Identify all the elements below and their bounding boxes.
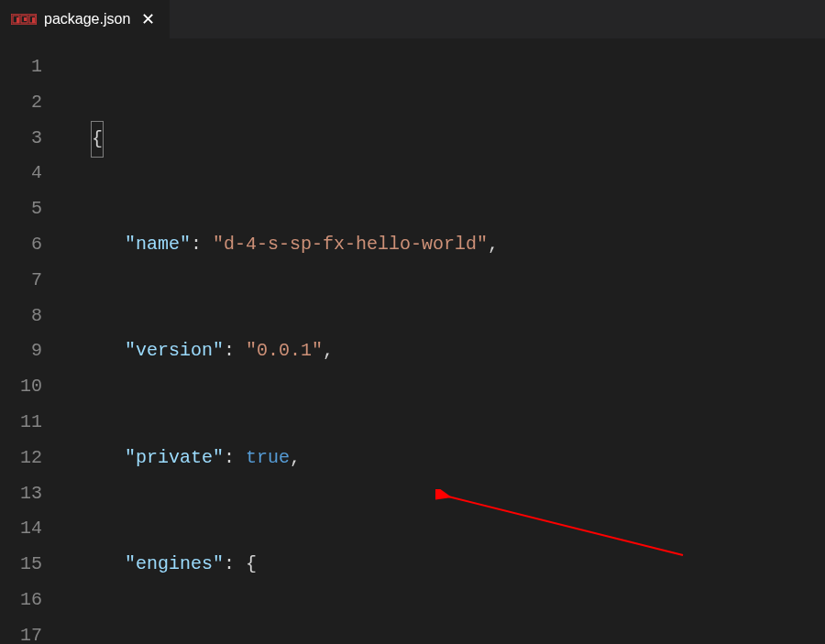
json-value: "0.0.1" — [246, 340, 323, 361]
json-value: "d-4-s-sp-fx-hello-world" — [213, 234, 488, 255]
code-line[interactable]: "engines": { — [64, 547, 825, 583]
line-number: 5 — [0, 191, 64, 227]
file-tab[interactable]: package.json ✕ — [0, 0, 170, 38]
close-icon[interactable]: ✕ — [138, 9, 159, 29]
tab-bar: package.json ✕ — [0, 0, 825, 38]
line-number: 2 — [0, 85, 64, 121]
line-number: 13 — [0, 476, 64, 512]
svg-rect-6 — [32, 17, 35, 23]
line-number: 8 — [0, 299, 64, 334]
code-line[interactable]: "version": "0.0.1", — [64, 333, 825, 369]
line-number: 16 — [0, 583, 64, 618]
line-number: 1 — [0, 49, 64, 85]
code-content[interactable]: { "name": "d-4-s-sp-fx-hello-world", "ve… — [64, 38, 825, 644]
line-number: 14 — [0, 511, 64, 547]
svg-rect-4 — [24, 17, 27, 21]
line-number: 12 — [0, 441, 64, 476]
line-number: 7 — [0, 263, 64, 299]
line-number: 10 — [0, 369, 64, 405]
json-value: true — [246, 447, 290, 468]
npm-icon — [11, 13, 37, 26]
editor-pane[interactable]: 1 2 3 4 5 6 7 8 9 10 11 12 13 14 15 16 1… — [0, 38, 825, 644]
line-number-gutter: 1 2 3 4 5 6 7 8 9 10 11 12 13 14 15 16 1… — [0, 38, 64, 644]
line-number: 6 — [0, 227, 64, 263]
json-key: "version" — [125, 340, 224, 361]
code-line[interactable]: "private": true, — [64, 441, 825, 476]
json-key: "private" — [125, 447, 224, 468]
code-line[interactable]: "name": "d-4-s-sp-fx-hello-world", — [64, 227, 825, 263]
line-number: 17 — [0, 618, 64, 644]
line-number: 15 — [0, 547, 64, 583]
line-number: 3 — [0, 121, 64, 157]
json-key: "name" — [125, 234, 191, 255]
json-key: "engines" — [125, 553, 224, 574]
svg-rect-2 — [16, 17, 19, 23]
line-number: 11 — [0, 405, 64, 441]
code-line[interactable]: { — [64, 121, 825, 157]
tab-filename: package.json — [44, 11, 130, 27]
line-number: 4 — [0, 156, 64, 191]
line-number: 9 — [0, 333, 64, 369]
